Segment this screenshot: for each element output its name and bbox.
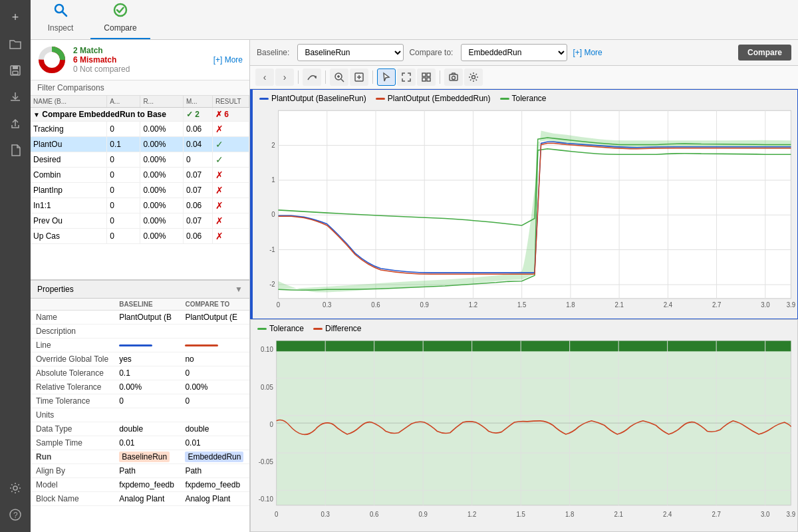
pan-left-button[interactable]: ‹ (255, 68, 274, 86)
row-r: 0.00% (140, 168, 184, 183)
row-a: 0 (107, 198, 140, 213)
tab-inspect[interactable]: Inspect (31, 0, 90, 39)
svg-rect-19 (422, 78, 426, 81)
download-icon[interactable] (3, 85, 27, 109)
row-name: In1:1 (31, 198, 107, 213)
bottom-chart-container: Tolerance Difference (250, 319, 798, 532)
table-row[interactable]: Desired 0 0.00% 0 ✓ (31, 152, 249, 168)
toolbar-more-button[interactable]: [+] More (573, 48, 602, 57)
svg-text:3.0: 3.0 (761, 301, 770, 309)
curve-button[interactable] (303, 68, 321, 86)
tab-compare[interactable]: Compare (90, 0, 150, 39)
row-a: 0 (107, 183, 140, 198)
row-a: 0 (107, 122, 140, 137)
svg-text:0.6: 0.6 (371, 301, 380, 309)
svg-text:0: 0 (277, 301, 281, 309)
prop-row-block: Block Name Analog Plant Analog Plant (31, 492, 249, 506)
prop-row-run: Run BaselineRun EmbeddedRun (31, 450, 249, 464)
svg-text:?: ? (13, 511, 18, 520)
legend-compare-label: PlantOutput (EmbeddedRun) (388, 94, 491, 103)
table-row[interactable]: PlantOu 0.1 0.00% 0.04 ✓ (31, 137, 249, 152)
compare-icon (112, 2, 128, 22)
add-icon[interactable]: + (3, 5, 27, 29)
svg-text:3.9: 3.9 (787, 510, 796, 518)
prop-row-align: Align By Path Path (31, 464, 249, 478)
prop-row-time: Time Tolerance 0 0 (31, 394, 249, 408)
divider-1 (298, 70, 299, 84)
svg-text:-0.10: -0.10 (259, 495, 273, 503)
row-name: PlantOu (31, 137, 107, 152)
folder-icon[interactable] (3, 32, 27, 56)
summary-more-button[interactable]: [+] More (213, 55, 243, 65)
prop-label-datatype: Data Type (31, 422, 114, 436)
document-icon[interactable] (3, 138, 27, 162)
table-row[interactable]: In1:1 0 0.00% 0.06 ✗ (31, 198, 249, 213)
table-row[interactable]: Up Cas 0 0.00% 0.06 ✗ (31, 229, 249, 244)
help-icon[interactable]: ? (3, 503, 27, 527)
svg-text:1.5: 1.5 (517, 301, 527, 309)
table-row[interactable]: Combin 0 0.00% 0.07 ✗ (31, 168, 249, 183)
row-name: PlantInp (31, 183, 107, 198)
divider-3 (372, 70, 373, 84)
chart-icon-bar: ‹ › (250, 66, 798, 89)
row-a: 0 (107, 152, 140, 168)
svg-text:0: 0 (269, 420, 273, 428)
save-icon[interactable] (3, 59, 27, 82)
expand-button[interactable] (397, 68, 416, 86)
fit-button[interactable] (350, 68, 368, 86)
row-r: 0.00% (140, 183, 184, 198)
prop-compare-name: PlantOutput (E (180, 311, 249, 325)
settings-chart-button[interactable] (464, 68, 483, 86)
row-m: 0 (183, 152, 212, 168)
prop-compare-datatype: double (180, 422, 249, 436)
compare-select[interactable]: EmbeddedRun (461, 44, 567, 61)
prop-label-abs: Absolute Tolerance (31, 366, 114, 380)
share-icon[interactable] (3, 112, 27, 136)
legend-diff-line (313, 328, 323, 330)
baseline-select[interactable]: BaselineRun (297, 44, 404, 61)
compare-table-scroll[interactable]: NAME (B... A... R... M... RESULT ▼ Compa… (31, 96, 249, 279)
prop-baseline-align: Path (114, 464, 180, 478)
svg-text:1: 1 (271, 176, 275, 184)
svg-rect-17 (422, 73, 426, 76)
prop-compare-block: Analog Plant (180, 492, 249, 506)
properties-panel: Properties ▼ BASELINE COMPARE TO (31, 279, 249, 532)
pan-right-button[interactable]: › (275, 68, 294, 86)
svg-text:-1: -1 (269, 245, 275, 253)
svg-text:1.8: 1.8 (566, 301, 575, 309)
gear-icon[interactable] (3, 476, 27, 500)
row-m: 0.06 (183, 229, 212, 244)
tile-button[interactable] (417, 68, 436, 86)
compare-button[interactable]: Compare (738, 45, 791, 61)
summary-text: 2 Match 6 Mismatch 0 Not compared (73, 46, 207, 74)
prop-label-sample: Sample Time (31, 436, 114, 450)
row-name: Combin (31, 168, 107, 183)
col-r: R... (140, 96, 184, 108)
row-result: ✗ (212, 122, 249, 137)
svg-point-3 (13, 486, 17, 490)
prop-row-sample: Sample Time 0.01 0.01 (31, 436, 249, 450)
prop-compare-override: no (180, 352, 249, 366)
svg-text:0.05: 0.05 (261, 383, 273, 391)
properties-header[interactable]: Properties ▼ (31, 280, 249, 299)
prop-baseline-name: PlantOutput (B (114, 311, 180, 325)
prop-baseline-desc (114, 325, 180, 338)
svg-text:1.5: 1.5 (516, 510, 525, 518)
group-row[interactable]: ▼ Compare EmbeddedRun to Base ✓ 2 ✗ 6 (31, 108, 249, 122)
table-row[interactable]: Prev Ou 0 0.00% 0.07 ✗ (31, 213, 249, 229)
prop-label-time: Time Tolerance (31, 394, 114, 408)
row-result: ✗ (212, 213, 249, 229)
prop-compare-sample: 0.01 (180, 436, 249, 450)
prop-row-override: Override Global Tole yes no (31, 352, 249, 366)
svg-text:2.4: 2.4 (664, 301, 673, 309)
prop-col-compare: COMPARE TO (180, 299, 249, 311)
zoom-button[interactable] (330, 68, 348, 86)
svg-text:-2: -2 (269, 281, 275, 288)
legend-diff-bottom: Difference (313, 324, 361, 333)
properties-content[interactable]: BASELINE COMPARE TO Name PlantOutput (B … (31, 299, 249, 532)
svg-text:2.1: 2.1 (614, 510, 623, 518)
table-row[interactable]: PlantInp 0 0.00% 0.07 ✗ (31, 183, 249, 198)
table-row[interactable]: Tracking 0 0.00% 0.06 ✗ (31, 122, 249, 137)
screenshot-button[interactable] (444, 68, 463, 86)
cursor-button[interactable] (377, 68, 396, 86)
